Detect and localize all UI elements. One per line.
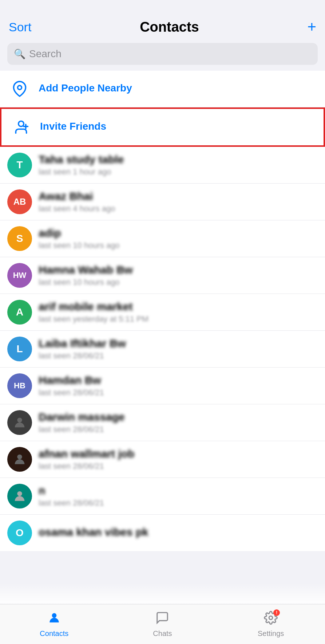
contact-status: last seen 10 hours ago [39, 241, 318, 250]
contact-text: Hamdan Bw last seen 28/06/21 [39, 374, 318, 397]
avatar: S [7, 226, 32, 251]
settings-notification-badge: ! [273, 609, 280, 616]
tab-bar: Contacts Chats ! Settings [0, 604, 325, 644]
location-icon [7, 76, 32, 101]
contact-text: afnan wallmart job last seen 28/06/21 [39, 448, 318, 471]
list-item[interactable]: T Taha study table last seen 1 hour ago [0, 147, 325, 184]
avatar: HB [7, 373, 32, 398]
avatar [7, 447, 32, 472]
chats-tab-label: Chats [153, 629, 172, 638]
contact-text: Taha study table last seen 1 hour ago [39, 153, 318, 177]
svg-point-7 [52, 613, 56, 618]
contact-name: Hamna Wahab Bw [39, 264, 318, 276]
contact-status: last seen 10 hours ago [39, 278, 318, 287]
add-contact-button[interactable]: + [307, 18, 316, 36]
invite-friends-label: Invite Friends [40, 121, 316, 132]
contacts-list: Add People Nearby Invite Friends T Taha … [0, 71, 325, 551]
contact-name: osama khan vibes pk [39, 526, 318, 538]
contact-name: Awaz Bhai [39, 190, 318, 203]
list-item[interactable]: AB Awaz Bhai last seen 4 hours ago [0, 184, 325, 220]
list-item[interactable]: L Laiba Iftikhar Bw last seen 28/06/21 [0, 331, 325, 368]
contact-status: last seen yesterday at 5:11 PM [39, 314, 318, 324]
contact-text: Laiba Iftikhar Bw last seen 28/06/21 [39, 337, 318, 361]
settings-badge-container: ! [264, 611, 278, 628]
add-people-nearby-item[interactable]: Add People Nearby [0, 71, 325, 107]
contact-status: last seen 28/06/21 [39, 388, 318, 397]
invite-friends-text: Invite Friends [40, 121, 316, 134]
list-item[interactable]: A arif mobile market last seen yesterday… [0, 294, 325, 331]
contact-name: n [39, 484, 318, 497]
contact-text: Awaz Bhai last seen 4 hours ago [39, 190, 318, 213]
tab-settings[interactable]: ! Settings [249, 611, 293, 638]
contact-status: last seen 4 hours ago [39, 204, 318, 213]
list-item[interactable]: S adip last seen 10 hours ago [0, 220, 325, 257]
svg-point-5 [17, 455, 22, 459]
invite-icon [9, 115, 33, 140]
avatar: T [7, 153, 32, 177]
svg-point-4 [17, 418, 22, 423]
add-nearby-label: Add People Nearby [39, 82, 318, 94]
list-item[interactable]: O osama khan vibes pk [0, 515, 325, 551]
search-bar-container: 🔍 Search [0, 40, 325, 71]
contact-name: Taha study table [39, 153, 318, 166]
contact-name: Darwin massage [39, 411, 318, 423]
avatar: AB [7, 189, 32, 214]
list-item[interactable]: HW Hamna Wahab Bw last seen 10 hours ago [0, 257, 325, 294]
list-item[interactable]: n last seen 28/06/21 [0, 478, 325, 515]
header: Sort Contacts + [0, 0, 325, 40]
search-bar[interactable]: 🔍 Search [7, 43, 318, 65]
search-icon: 🔍 [14, 48, 25, 60]
contacts-tab-icon [47, 611, 61, 628]
tab-chats[interactable]: Chats [140, 611, 184, 638]
settings-tab-label: Settings [258, 629, 284, 638]
contact-text: n last seen 28/06/21 [39, 484, 318, 508]
svg-point-1 [19, 121, 24, 127]
avatar: A [7, 300, 32, 325]
contact-name: arif mobile market [39, 301, 318, 313]
list-item[interactable]: Darwin massage last seen 28/06/21 [0, 404, 325, 441]
page-title: Contacts [140, 19, 199, 35]
contact-text: Darwin massage last seen 28/06/21 [39, 411, 318, 434]
contact-name: Laiba Iftikhar Bw [39, 337, 318, 350]
svg-point-0 [18, 86, 22, 90]
sort-button[interactable]: Sort [9, 20, 31, 34]
contact-status: last seen 28/06/21 [39, 425, 318, 434]
contacts-tab-label: Contacts [40, 629, 68, 638]
contact-text: adip last seen 10 hours ago [39, 227, 318, 250]
avatar: O [7, 521, 32, 545]
contact-text: Hamna Wahab Bw last seen 10 hours ago [39, 264, 318, 287]
avatar: L [7, 337, 32, 361]
avatar [7, 410, 32, 435]
svg-point-6 [17, 491, 22, 496]
add-nearby-text: Add People Nearby [39, 82, 318, 95]
chats-tab-icon [155, 611, 169, 628]
search-placeholder: Search [29, 48, 62, 60]
contact-status: last seen 28/06/21 [39, 462, 318, 471]
invite-friends-item[interactable]: Invite Friends [0, 107, 325, 147]
contact-text: osama khan vibes pk [39, 526, 318, 540]
list-item[interactable]: HB Hamdan Bw last seen 28/06/21 [0, 368, 325, 404]
tab-contacts[interactable]: Contacts [32, 611, 76, 638]
contact-text: arif mobile market last seen yesterday a… [39, 301, 318, 324]
svg-point-8 [269, 616, 273, 620]
avatar [7, 484, 32, 508]
contact-status: last seen 28/06/21 [39, 498, 318, 508]
list-item[interactable]: afnan wallmart job last seen 28/06/21 [0, 441, 325, 478]
contact-name: afnan wallmart job [39, 448, 318, 460]
contact-name: adip [39, 227, 318, 239]
contact-status: last seen 28/06/21 [39, 351, 318, 361]
contact-status: last seen 1 hour ago [39, 167, 318, 177]
contact-name: Hamdan Bw [39, 374, 318, 386]
avatar: HW [7, 263, 32, 288]
